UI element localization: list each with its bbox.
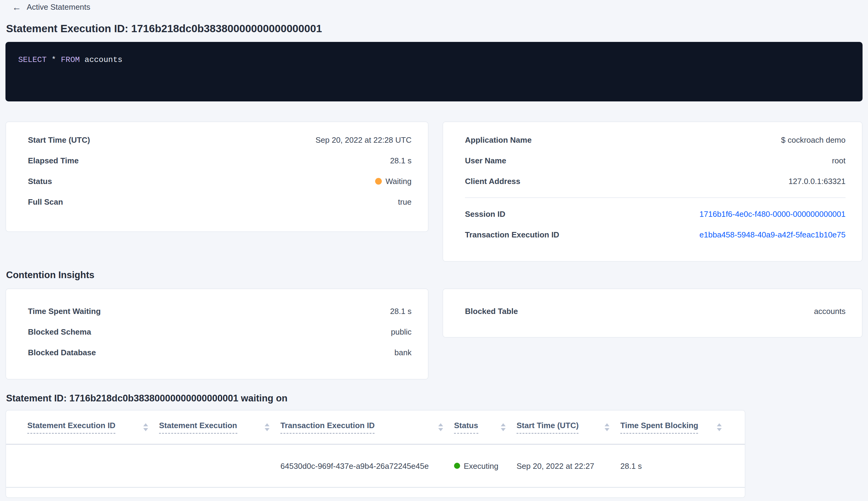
session-card-divider xyxy=(465,198,846,198)
status-header-label[interactable]: Status xyxy=(454,421,478,434)
blocked-schema-row: Blocked Schema public xyxy=(28,321,412,342)
session-details-card: Application Name $ cockroach demo User N… xyxy=(443,121,862,262)
page-title: Statement Execution ID: 1716b218dc0b3838… xyxy=(6,22,862,35)
contention-cards-row: Time Spent Waiting 28.1 s Blocked Schema… xyxy=(6,288,862,380)
column-header-time-spent-blocking: Time Spent Blocking xyxy=(620,421,733,434)
arrow-left-icon: ← xyxy=(12,2,21,12)
cell-status: Executing xyxy=(454,461,517,470)
time-spent-waiting-row: Time Spent Waiting 28.1 s xyxy=(28,301,412,321)
blocked-database-row: Blocked Database bank xyxy=(28,342,412,363)
column-header-statement-execution-id: Statement Execution ID xyxy=(27,421,159,434)
column-header-statement-execution: Statement Execution xyxy=(159,421,280,434)
full-scan-row: Full Scan true xyxy=(28,191,412,212)
full-scan-value: true xyxy=(398,197,412,206)
blocked-database-value: bank xyxy=(394,348,412,357)
sort-icon[interactable] xyxy=(438,423,443,431)
waiting-statements-table: Statement Execution ID Statement Executi… xyxy=(6,410,745,498)
sort-icon[interactable] xyxy=(143,423,148,431)
blocked-table-label: Blocked Table xyxy=(465,306,518,316)
application-name-row: Application Name $ cockroach demo xyxy=(465,129,846,150)
cell-transaction-execution-id: 64530d0c-969f-437e-a9b4-26a72245e45e xyxy=(280,461,454,470)
full-scan-label: Full Scan xyxy=(28,197,63,206)
topbar: ← Active Statements xyxy=(6,2,862,12)
column-header-status: Status xyxy=(454,421,517,434)
sort-icon[interactable] xyxy=(501,423,506,431)
contention-details-card: Time Spent Waiting 28.1 s Blocked Schema… xyxy=(6,288,428,380)
session-id-link[interactable]: 1716b1f6-4e0c-f480-0000-000000000001 xyxy=(699,209,846,218)
elapsed-time-label: Elapsed Time xyxy=(28,156,79,165)
time-spent-waiting-value: 28.1 s xyxy=(390,306,412,316)
waiting-on-heading: Statement ID: 1716b218dc0b38380000000000… xyxy=(6,392,862,404)
status-value: Waiting xyxy=(375,177,412,185)
transaction-execution-id-label: Transaction Execution ID xyxy=(465,230,559,239)
client-address-value: 127.0.0.1:63321 xyxy=(789,177,846,185)
overview-cards-row: Start Time (UTC) Sep 20, 2022 at 22:28 U… xyxy=(6,121,862,262)
blocked-table-value: accounts xyxy=(814,306,846,316)
table-header-row: Statement Execution ID Statement Executi… xyxy=(6,411,745,445)
blocked-database-label: Blocked Database xyxy=(28,348,96,357)
execution-details-card: Start Time (UTC) Sep 20, 2022 at 22:28 U… xyxy=(6,121,428,232)
session-id-label: Session ID xyxy=(465,209,505,218)
back-to-active-statements-link[interactable]: ← Active Statements xyxy=(12,2,90,12)
sql-statement-text: SELECT * FROM accounts xyxy=(18,55,122,64)
client-address-label: Client Address xyxy=(465,177,521,185)
user-name-row: User Name root xyxy=(465,150,846,171)
cell-start-time: Sep 20, 2022 at 22:27 xyxy=(517,461,620,470)
blocked-schema-value: public xyxy=(391,327,412,336)
sort-icon[interactable] xyxy=(717,423,722,431)
sql-keyword-from: FROM xyxy=(61,55,80,64)
cell-time-spent-blocking: 28.1 s xyxy=(620,461,733,470)
status-executing-text: Executing xyxy=(464,461,498,470)
application-name-label: Application Name xyxy=(465,135,532,144)
column-header-transaction-execution-id: Transaction Execution ID xyxy=(280,421,454,434)
start-time-label: Start Time (UTC) xyxy=(28,135,90,144)
blocked-table-card: Blocked Table accounts xyxy=(443,288,862,338)
transaction-execution-id-link[interactable]: e1bba458-5948-40a9-a42f-5feac1b10e75 xyxy=(699,230,846,239)
blocked-table-row: Blocked Table accounts xyxy=(465,301,846,321)
status-waiting-dot-icon xyxy=(375,178,382,184)
elapsed-time-row: Elapsed Time 28.1 s xyxy=(28,150,412,171)
statement-execution-header-label[interactable]: Statement Execution xyxy=(159,421,237,434)
sql-star: * xyxy=(51,55,56,64)
status-row: Status Waiting xyxy=(28,171,412,191)
sort-icon[interactable] xyxy=(605,423,609,431)
user-name-value: root xyxy=(832,156,846,165)
user-name-label: User Name xyxy=(465,156,506,165)
application-name-value: $ cockroach demo xyxy=(781,135,846,144)
sort-icon[interactable] xyxy=(265,423,270,431)
elapsed-time-value: 28.1 s xyxy=(390,156,412,165)
contention-insights-heading: Contention Insights xyxy=(6,269,862,280)
start-time-header-label[interactable]: Start Time (UTC) xyxy=(517,421,579,434)
sql-table-name: accounts xyxy=(85,55,123,64)
status-waiting-text: Waiting xyxy=(386,177,412,185)
status-executing-dot-icon xyxy=(454,463,460,469)
status-label: Status xyxy=(28,177,52,185)
transaction-execution-id-row: Transaction Execution ID e1bba458-5948-4… xyxy=(465,224,846,245)
time-spent-waiting-label: Time Spent Waiting xyxy=(28,306,101,316)
back-link-label: Active Statements xyxy=(27,2,90,12)
time-spent-blocking-header-label[interactable]: Time Spent Blocking xyxy=(620,421,698,434)
statement-execution-id-header-label[interactable]: Statement Execution ID xyxy=(27,421,115,434)
start-time-row: Start Time (UTC) Sep 20, 2022 at 22:28 U… xyxy=(28,129,412,150)
column-header-start-time: Start Time (UTC) xyxy=(517,421,620,434)
client-address-row: Client Address 127.0.0.1:63321 xyxy=(465,171,846,191)
start-time-value: Sep 20, 2022 at 22:28 UTC xyxy=(315,135,412,144)
statement-execution-details-page: ← Active Statements Statement Execution … xyxy=(0,0,868,501)
transaction-execution-id-header-label[interactable]: Transaction Execution ID xyxy=(280,421,375,434)
session-id-row: Session ID 1716b1f6-4e0c-f480-0000-00000… xyxy=(465,203,846,224)
table-row: 64530d0c-969f-437e-a9b4-26a72245e45e Exe… xyxy=(6,445,745,488)
blocked-schema-label: Blocked Schema xyxy=(28,327,91,336)
sql-keyword-select: SELECT xyxy=(18,55,47,64)
sql-statement-box: SELECT * FROM accounts xyxy=(6,42,862,102)
